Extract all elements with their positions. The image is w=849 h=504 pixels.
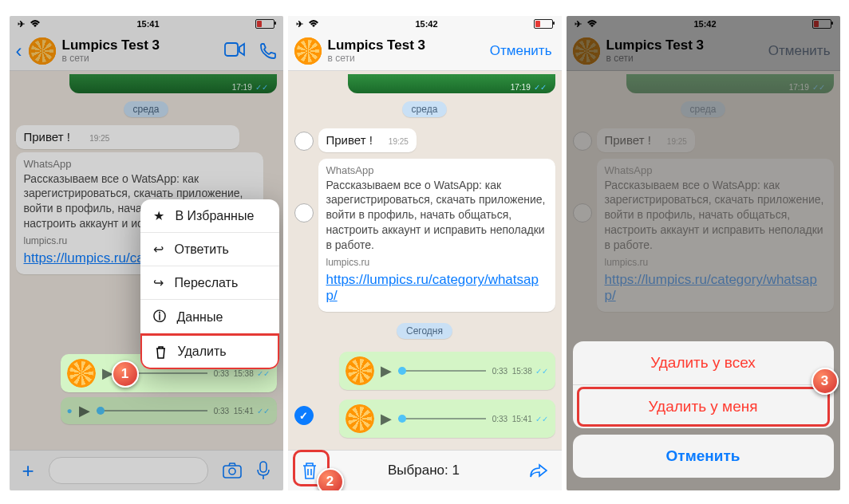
step-badge-1: 1 [112,360,139,388]
voice-message-1[interactable]: ▶ 0:33 15:38 ✓✓ [339,352,555,390]
play-icon[interactable]: ▶ [79,402,90,419]
selectable-row[interactable]: ▶ 0:33 15:38 ✓✓ [294,347,555,395]
context-menu: ★В Избранные ↩Ответить ↪Переслать ⓘДанны… [140,199,279,369]
video-message-fragment: 17:19 ✓✓ [348,74,555,93]
selectable-row-selected[interactable]: ▶ 0:33 15:41 ✓✓ [294,395,555,443]
forward-selected-button[interactable] [529,463,548,478]
wifi-icon [308,20,319,28]
screenshot-1-context-menu: ✈ 15:41 ‹ Lumpics Test 3 в сети 17:19 ✓✓… [10,16,283,490]
contact-avatar[interactable] [294,37,322,65]
message-hello[interactable]: Привет ! 19:25 [16,125,239,149]
step-badge-3: 3 [811,368,839,395]
day-separator-today: Сегодня [397,323,452,339]
mic-icon: ● [67,405,73,416]
input-bar: + [10,450,283,490]
message-hello: Привет !19:25 [318,128,417,152]
chat-header: ‹ Lumpics Test 3 в сети [10,32,283,71]
ctx-favorite[interactable]: ★В Избранные [140,199,279,232]
info-icon: ⓘ [153,309,166,325]
message-link[interactable]: https://lumpics.ru/category/whatsapp/ [326,272,547,304]
chat-body: 17:19 ✓✓ среда Привет !19:25 WhatsApp Ра… [288,71,562,450]
airplane-icon: ✈ [18,19,25,30]
ctx-info[interactable]: ⓘДанные [140,299,279,334]
delete-for-me[interactable]: Удалить у меня [573,384,834,428]
svg-rect-3 [260,462,267,472]
day-separator: среда [402,101,448,117]
message-input[interactable] [49,457,208,484]
attach-button[interactable]: + [22,459,34,483]
voice-message-2[interactable]: ● ▶ 0:33 15:41 ✓✓ [61,397,277,424]
cancel-button[interactable]: Отменить [490,43,552,59]
chat-header: Lumpics Test 3 в сети Отменить [288,32,562,71]
ctx-forward[interactable]: ↪Переслать [140,266,279,299]
video-message-fragment: 17:19 ✓✓ [69,74,277,93]
trash-icon [155,345,167,359]
contact-name[interactable]: Lumpics Test 3 [328,38,426,53]
message-article: WhatsApp Рассказываем все о WatsApp: как… [318,159,555,312]
battery-icon [255,19,274,29]
selection-count: Выбрано: 1 [388,463,460,478]
star-icon: ★ [153,208,164,223]
voice-call-icon[interactable] [259,42,277,60]
airplane-icon: ✈ [296,19,303,30]
wifi-icon [30,20,41,28]
selectable-row[interactable]: WhatsApp Рассказываем все о WatsApp: как… [294,156,555,315]
ctx-delete[interactable]: Удалить [140,333,279,369]
screenshot-3-action-sheet: ✈ 15:42 Lumpics Test 3 в сети Отменить 1… [567,16,840,490]
voice-message-2[interactable]: ▶ 0:33 15:41 ✓✓ [339,400,555,438]
delete-for-everyone[interactable]: Удалить у всех [573,341,834,384]
select-radio-checked[interactable] [294,406,314,425]
play-icon: ▶ [381,362,392,380]
selectable-row[interactable]: Привет !19:25 [294,125,555,156]
reply-icon: ↩ [153,242,164,257]
svg-point-2 [229,468,235,474]
select-radio[interactable] [294,203,314,222]
action-sheet: Удалить у всех Удалить у меня Отменить [573,341,834,484]
action-sheet-cancel[interactable]: Отменить [573,435,834,478]
step-badge-2: 2 [317,468,344,490]
svg-rect-0 [225,43,238,56]
screenshot-2-selection: ✈ 15:42 Lumpics Test 3 в сети Отменить 1… [288,16,562,490]
play-icon: ▶ [381,410,392,427]
select-radio[interactable] [294,132,314,151]
status-bar: ✈ 15:42 [288,16,562,32]
highlight-box-delete-me [577,387,830,427]
contact-avatar[interactable] [29,37,56,65]
day-separator: среда [124,101,169,117]
back-button[interactable]: ‹ [16,40,22,62]
status-bar: ✈ 15:41 [10,16,283,32]
battery-icon [534,19,553,29]
contact-status: в сети [328,53,426,64]
status-time: 15:41 [136,19,159,29]
mic-button[interactable] [256,461,270,480]
forward-icon: ↪ [153,275,164,290]
ctx-reply[interactable]: ↩Ответить [140,232,279,266]
video-call-icon[interactable] [224,42,245,57]
camera-icon[interactable] [223,463,242,478]
status-time: 15:42 [415,19,437,29]
contact-name[interactable]: Lumpics Test 3 [62,38,160,53]
contact-status: в сети [62,53,160,64]
